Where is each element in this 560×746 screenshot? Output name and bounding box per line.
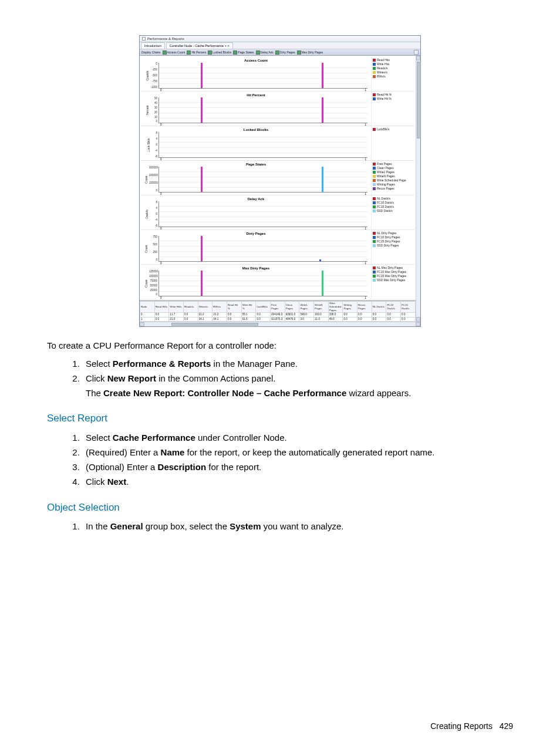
table-header-cell: FC15 Dack/s <box>401 302 416 313</box>
scrollbar-thumb-h[interactable] <box>171 323 258 326</box>
table-cell: 61.5 <box>241 317 256 321</box>
table-header-cell: Free Pages <box>271 302 285 313</box>
chart-title: Access Count <box>141 58 371 63</box>
chk-dirty-pages[interactable]: Dirty Pages <box>275 50 295 55</box>
table-header-cell: Write Scheduled Pages <box>328 302 343 313</box>
chart-row-locked_blocks: Locked BlocksLock Blk/s840-4-801LockBlk/… <box>141 126 414 161</box>
table-cell: 0.0 <box>256 317 271 321</box>
scrollbar-thumb[interactable] <box>417 62 420 139</box>
list-item: (Required) Enter a Name for the report, … <box>82 445 513 460</box>
window-title: Performance & Reports <box>147 37 184 40</box>
table-header-cell: LockBlk/s <box>256 302 271 313</box>
scroll-left-arrow-icon[interactable] <box>140 322 144 326</box>
close-icon[interactable]: ▾ ✕ <box>225 44 230 48</box>
legend-item: Clean Pages <box>373 166 413 170</box>
table-header-cell: Read Hit/s <box>154 302 169 313</box>
legend-item: Reads/s <box>373 66 413 70</box>
table-cell: 3.0 <box>299 317 314 321</box>
performance-reports-window: Performance & Reports Introduction Contr… <box>139 35 421 327</box>
y-ticks: 1250001000007500050000250000 <box>149 271 157 296</box>
legend-label: FC15 Max Dirty Pages <box>377 274 406 278</box>
steps-list-object-selection: In the General group box, select the Sys… <box>82 519 513 534</box>
toolbar-options-button[interactable] <box>414 50 419 55</box>
plot-area: 01 <box>158 201 367 227</box>
legend-label: WriteN Pages <box>377 174 395 178</box>
legend-item: FC10 Max Dirty Pages <box>373 270 413 274</box>
scroll-right-arrow-icon[interactable] <box>416 322 420 326</box>
chart-bar <box>201 271 203 296</box>
legend-item: NL Dack/s <box>373 197 413 200</box>
y-axis-label: Count <box>144 279 148 287</box>
table-cell: 21.0 <box>169 317 184 321</box>
plot-area: 01 <box>158 167 367 193</box>
table-header-cell: RWs/s <box>212 302 227 313</box>
legend-swatch-icon <box>373 128 376 131</box>
legend-label: Write Scheduled Page <box>377 178 406 182</box>
chk-max-dirty-pages[interactable]: Max Dirty Pages <box>297 50 323 55</box>
legend-swatch-icon <box>373 59 376 62</box>
legend-label: NL Dack/s <box>377 197 390 200</box>
legend-swatch-icon <box>373 167 376 170</box>
legend: NL Dirty PagesFC10 Dirty PagesFC15 Dirty… <box>371 230 414 264</box>
legend-label: Read Hits <box>377 58 390 62</box>
legend-item: NL Dirty Pages <box>373 231 413 235</box>
legend-swatch-icon <box>373 232 376 235</box>
legend-swatch-icon <box>373 171 376 174</box>
scroll-up-arrow-icon[interactable] <box>416 56 420 60</box>
legend-swatch-icon <box>373 75 376 78</box>
legend-swatch-icon <box>373 279 376 282</box>
table-cell: 0.0 <box>357 313 372 317</box>
chk-locked-blocks[interactable]: Locked Blocks <box>208 50 231 55</box>
table-row: 00.011.70.021.221.20.055.10.0294146.3636… <box>140 313 416 317</box>
legend: NL Max Dirty PagesFC10 Max Dirty PagesFC… <box>371 265 414 299</box>
chk-access-count[interactable]: Access Count <box>163 50 185 55</box>
table-cell: 0.0 <box>401 317 416 321</box>
y-ticks: 840-4-8 <box>149 201 157 227</box>
legend-item: FC15 Dirty Pages <box>373 239 413 243</box>
plot-area: 01 <box>158 236 367 262</box>
legend-swatch-icon <box>373 163 376 166</box>
legend-label: SSD Dirty Pages <box>377 244 399 247</box>
tab-introduction[interactable]: Introduction <box>141 42 165 49</box>
scroll-down-arrow-icon[interactable] <box>416 317 420 322</box>
table-header-cell: Node <box>140 302 155 313</box>
table-cell: 158.0 <box>328 313 343 317</box>
legend-label: Recov Pages <box>377 187 394 190</box>
tab-cache-performance[interactable]: Controller Node - Cache Performance ▾ ✕ <box>166 42 234 49</box>
legend-item: Read Hits <box>373 58 413 62</box>
horizontal-scrollbar[interactable] <box>140 322 420 326</box>
y-axis-label: Count <box>144 175 148 183</box>
table-cell: 0.0 <box>386 313 401 317</box>
heading-select-report: Select Report <box>47 411 513 426</box>
table-cell: 0.0 <box>227 313 242 317</box>
legend-label: Write1 Pages <box>377 170 394 174</box>
table-cell: 0.0 <box>386 317 401 321</box>
table-header-cell: Recov Pages <box>357 302 372 313</box>
list-item: Select Cache Performance under Controlle… <box>82 430 513 445</box>
y-axis-label: Count <box>144 245 148 252</box>
y-axis-label: Dack/s <box>145 210 149 218</box>
chk-delay-ack[interactable]: Delay Ack <box>256 50 274 55</box>
chk-hit-percent[interactable]: Hit Percent <box>187 50 206 55</box>
legend-label: Reads/s <box>377 66 387 70</box>
legend: Read Hit %Write Hit % <box>371 92 414 126</box>
legend-item: FC10 Dack/s <box>373 201 413 204</box>
page-footer: Creating Reports 429 <box>430 721 513 731</box>
chk-page-states[interactable]: Page States <box>233 50 254 55</box>
legend-swatch-icon <box>373 179 376 182</box>
chart-title: Max Dirty Pages <box>141 266 371 271</box>
legend-label: LockBlk/s <box>377 127 389 131</box>
legend-swatch-icon <box>373 187 376 190</box>
vertical-scrollbar[interactable] <box>416 56 420 322</box>
legend-swatch-icon <box>373 266 376 269</box>
table-cell: 34.1 <box>198 317 212 321</box>
y-axis-label: Count/s <box>146 70 149 80</box>
tabs-row: Introduction Controller Node - Cache Per… <box>140 42 420 49</box>
table-cell: 55.1 <box>241 313 256 317</box>
charts-area: Access CountCount/s0-250-500-750-100001R… <box>140 56 416 301</box>
legend-label: Writes/s <box>377 70 387 74</box>
legend: NL Dack/sFC10 Dack/sFC15 Dack/sSSD Dack/… <box>371 195 414 229</box>
plot-area: 01 <box>158 63 367 89</box>
window-icon <box>142 37 146 40</box>
chart-title: Page States <box>141 162 371 167</box>
